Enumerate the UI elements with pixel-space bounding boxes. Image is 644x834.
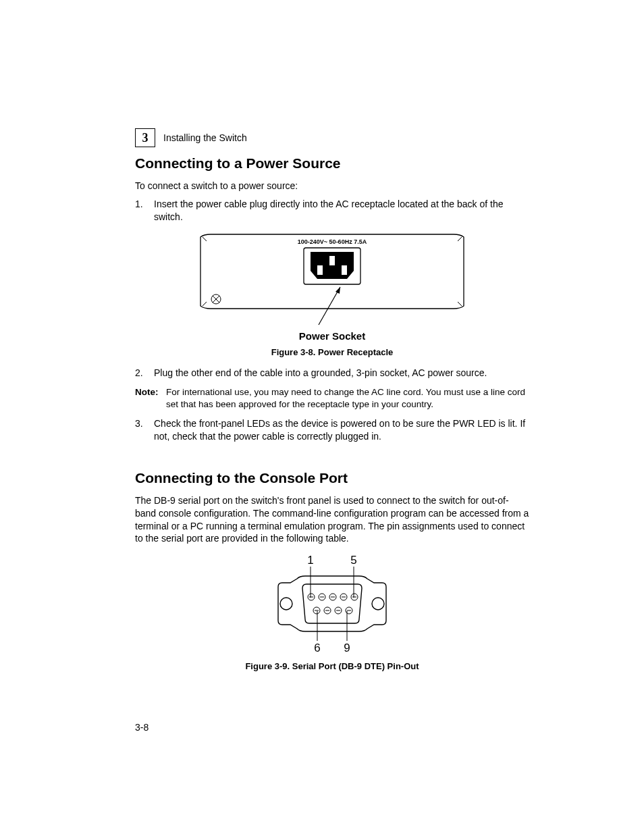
svg-line-7 [319,287,340,325]
figure-3-8-caption: Figure 3-8. Power Receptacle [135,347,529,357]
section-1-steps-cont: 2. Plug the other end of the cable into … [135,367,529,380]
power-rating-text: 100-240V~ 50-60Hz 7.5A [298,238,367,245]
pin-label-1: 1 [307,554,313,567]
step-number: 3. [135,417,154,443]
page-number: 3-8 [135,722,149,733]
step-text: Plug the other end of the cable into a g… [154,367,529,380]
chapter-number: 3 [142,131,149,145]
page: 3 Installing the Switch Connecting to a … [0,0,644,834]
svg-rect-2 [317,265,323,275]
svg-marker-8 [336,287,340,294]
svg-rect-3 [342,265,347,275]
step-text: Insert the power cable plug directly int… [154,198,529,224]
step-3: 3. Check the front-panel LEDs as the dev… [135,417,529,443]
note-text: For international use, you may need to c… [166,386,529,411]
running-head: 3 Installing the Switch [135,128,247,147]
section-2-title: Connecting to the Console Port [135,470,529,486]
step-number: 1. [135,198,154,224]
step-text: Check the front-panel LEDs as the device… [154,417,529,443]
power-receptacle-icon: 100-240V~ 50-60Hz 7.5A [197,232,467,326]
figure-3-8: 100-240V~ 50-60Hz 7.5A Power Socket Figu… [135,232,529,357]
section-1-steps: 1. Insert the power cable plug directly … [135,198,529,224]
section-1-title: Connecting to a Power Source [135,155,529,172]
figure-3-9: 1 5 6 9 [135,553,529,671]
note-label: Note: [135,386,166,411]
section-2-intro: The DB-9 serial port on the switch's fro… [135,494,529,546]
step-2: 2. Plug the other end of the cable into … [135,367,529,380]
step-number: 2. [135,367,154,380]
section-1-intro: To connect a switch to a power source: [135,180,529,192]
svg-point-14 [372,598,384,610]
db9-port-icon: 1 5 6 9 [258,553,406,654]
running-title: Installing the Switch [163,132,247,143]
pin-label-5: 5 [350,554,356,567]
pin-label-9: 9 [344,642,350,654]
section-1-steps-cont2: 3. Check the front-panel LEDs as the dev… [135,417,529,443]
chapter-number-box: 3 [135,128,155,147]
pin-label-6: 6 [314,642,320,654]
figure-3-8-sublabel: Power Socket [135,330,529,342]
svg-point-13 [280,598,292,610]
figure-3-9-caption: Figure 3-9. Serial Port (DB-9 DTE) Pin-O… [135,661,529,671]
note: Note: For international use, you may nee… [135,386,529,411]
svg-rect-1 [329,256,335,265]
page-content: Connecting to a Power Source To connect … [135,155,529,671]
step-1: 1. Insert the power cable plug directly … [135,198,529,224]
